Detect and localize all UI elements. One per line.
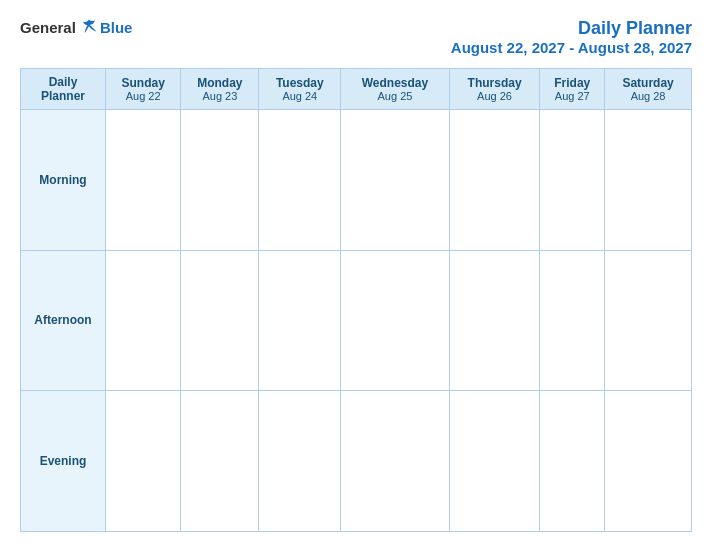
- calendar-table: DailyPlanner Sunday Aug 22 Monday Aug 23…: [20, 68, 692, 532]
- col-header-friday: Friday Aug 27: [540, 69, 605, 110]
- afternoon-thursday-cell[interactable]: [449, 250, 540, 391]
- evening-thursday-cell[interactable]: [449, 391, 540, 532]
- col-label-thursday: Thursday: [454, 76, 536, 90]
- evening-saturday-cell[interactable]: [605, 391, 692, 532]
- col-date-sunday: Aug 22: [110, 90, 176, 102]
- col-date-monday: Aug 23: [185, 90, 254, 102]
- afternoon-tuesday-cell[interactable]: [259, 250, 341, 391]
- col-date-saturday: Aug 28: [609, 90, 687, 102]
- logo-area: General Blue: [20, 18, 132, 36]
- morning-label: Morning: [21, 110, 106, 251]
- evening-friday-cell[interactable]: [540, 391, 605, 532]
- title-area: Daily Planner August 22, 2027 - August 2…: [451, 18, 692, 56]
- col-date-tuesday: Aug 24: [263, 90, 336, 102]
- evening-row: Evening: [21, 391, 692, 532]
- morning-monday-cell[interactable]: [181, 110, 259, 251]
- col-header-tuesday: Tuesday Aug 24: [259, 69, 341, 110]
- col-label-planner: DailyPlanner: [25, 75, 101, 103]
- afternoon-friday-cell[interactable]: [540, 250, 605, 391]
- afternoon-row: Afternoon: [21, 250, 692, 391]
- morning-friday-cell[interactable]: [540, 110, 605, 251]
- col-label-saturday: Saturday: [609, 76, 687, 90]
- logo: General Blue: [20, 18, 132, 36]
- evening-label: Evening: [21, 391, 106, 532]
- morning-tuesday-cell[interactable]: [259, 110, 341, 251]
- col-header-planner: DailyPlanner: [21, 69, 106, 110]
- evening-sunday-cell[interactable]: [106, 391, 181, 532]
- col-date-friday: Aug 27: [544, 90, 600, 102]
- logo-blue-text: Blue: [100, 19, 133, 36]
- col-label-friday: Friday: [544, 76, 600, 90]
- morning-thursday-cell[interactable]: [449, 110, 540, 251]
- col-header-wednesday: Wednesday Aug 25: [341, 69, 450, 110]
- col-date-thursday: Aug 26: [454, 90, 536, 102]
- col-label-monday: Monday: [185, 76, 254, 90]
- evening-monday-cell[interactable]: [181, 391, 259, 532]
- afternoon-wednesday-cell[interactable]: [341, 250, 450, 391]
- morning-wednesday-cell[interactable]: [341, 110, 450, 251]
- page-title: Daily Planner: [451, 18, 692, 39]
- col-header-thursday: Thursday Aug 26: [449, 69, 540, 110]
- evening-tuesday-cell[interactable]: [259, 391, 341, 532]
- col-header-saturday: Saturday Aug 28: [605, 69, 692, 110]
- afternoon-saturday-cell[interactable]: [605, 250, 692, 391]
- col-date-wednesday: Aug 25: [345, 90, 445, 102]
- morning-row: Morning: [21, 110, 692, 251]
- col-header-sunday: Sunday Aug 22: [106, 69, 181, 110]
- logo-general-text: General: [20, 19, 76, 36]
- col-label-tuesday: Tuesday: [263, 76, 336, 90]
- col-label-wednesday: Wednesday: [345, 76, 445, 90]
- logo-bird-icon: [80, 18, 98, 36]
- evening-wednesday-cell[interactable]: [341, 391, 450, 532]
- afternoon-label: Afternoon: [21, 250, 106, 391]
- afternoon-sunday-cell[interactable]: [106, 250, 181, 391]
- column-header-row: DailyPlanner Sunday Aug 22 Monday Aug 23…: [21, 69, 692, 110]
- afternoon-monday-cell[interactable]: [181, 250, 259, 391]
- col-header-monday: Monday Aug 23: [181, 69, 259, 110]
- col-label-sunday: Sunday: [110, 76, 176, 90]
- morning-saturday-cell[interactable]: [605, 110, 692, 251]
- page-header: General Blue Daily Planner August 22, 20…: [20, 18, 692, 56]
- date-range: August 22, 2027 - August 28, 2027: [451, 39, 692, 56]
- morning-sunday-cell[interactable]: [106, 110, 181, 251]
